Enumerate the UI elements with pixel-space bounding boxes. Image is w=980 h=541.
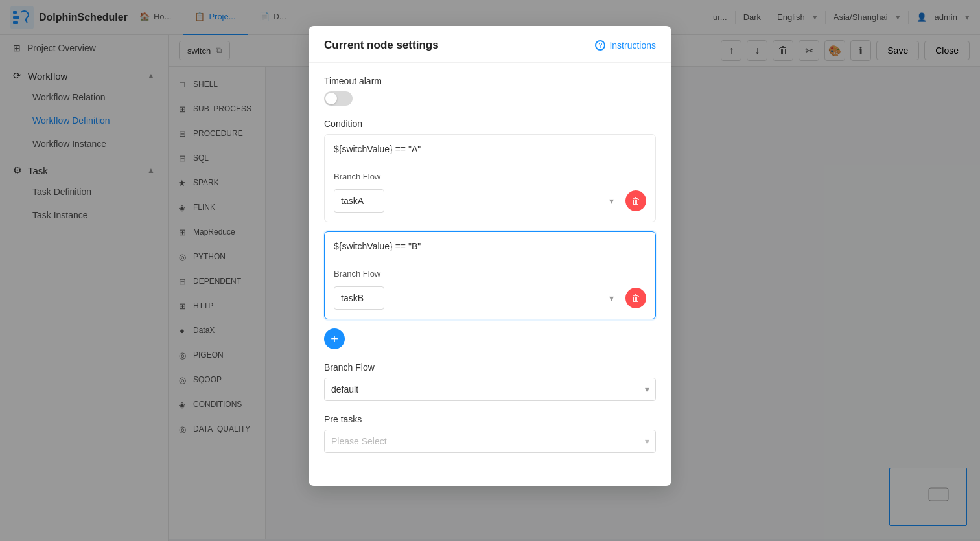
delete-condition-btn-2[interactable]: 🗑 — [625, 288, 646, 308]
default-branch-select[interactable]: default — [324, 378, 656, 401]
timeout-alarm-label: Timeout alarm — [324, 76, 656, 86]
plus-icon: + — [331, 332, 338, 347]
instructions-button[interactable]: ? Instructions — [595, 40, 656, 51]
condition-block-1: ${switchValue} == "A" Branch Flow taskA … — [324, 134, 656, 222]
branch-select-wrap-1: taskA — [334, 189, 620, 213]
branch-flow-select-2[interactable]: taskB — [334, 286, 384, 310]
branch-flow-row-1: taskA 🗑 — [334, 189, 646, 213]
branch-select-wrap-2: taskB — [334, 286, 620, 310]
add-condition-button[interactable]: + — [324, 328, 345, 349]
trash-icon-2: 🗑 — [631, 293, 640, 303]
question-icon: ? — [595, 40, 605, 51]
condition-section-label: Condition — [324, 119, 656, 129]
trash-icon-1: 🗑 — [631, 196, 640, 206]
condition-expression-1[interactable]: ${switchValue} == "A" — [334, 144, 646, 170]
toggle-thumb — [325, 93, 337, 104]
branch-flow-label-2: Branch Flow — [334, 269, 646, 279]
condition-block-2: ${switchValue} == "B" Branch Flow taskB … — [324, 231, 656, 319]
branch-flow-label-1: Branch Flow — [334, 172, 646, 181]
modal-title: Current node settings — [324, 39, 439, 52]
pretasks-section: Pre tasks Please Select — [324, 414, 656, 453]
timeout-alarm-toggle[interactable] — [324, 91, 353, 106]
default-branch-section: Branch Flow default — [324, 362, 656, 401]
condition-expression-2[interactable]: ${switchValue} == "B" — [334, 241, 646, 267]
modal-overlay: Current node settings ? Instructions Tim… — [0, 0, 980, 541]
default-branch-select-wrap: default — [324, 378, 656, 401]
modal-body: Timeout alarm Condition ${switchValue} =… — [309, 63, 671, 479]
timeout-alarm-toggle-wrap — [324, 91, 656, 106]
modal-header: Current node settings ? Instructions — [309, 26, 671, 63]
pretasks-select[interactable]: Please Select — [324, 430, 656, 453]
pretasks-label: Pre tasks — [324, 414, 656, 424]
modal-footer: Cancel Confirm — [309, 479, 671, 486]
branch-flow-select-1[interactable]: taskA — [334, 189, 384, 213]
default-branch-label: Branch Flow — [324, 362, 656, 373]
branch-flow-row-2: taskB 🗑 — [334, 286, 646, 310]
modal: Current node settings ? Instructions Tim… — [309, 26, 671, 486]
timeout-alarm-section: Timeout alarm — [324, 76, 656, 106]
delete-condition-btn-1[interactable]: 🗑 — [625, 190, 646, 211]
pretasks-select-wrap: Please Select — [324, 430, 656, 453]
